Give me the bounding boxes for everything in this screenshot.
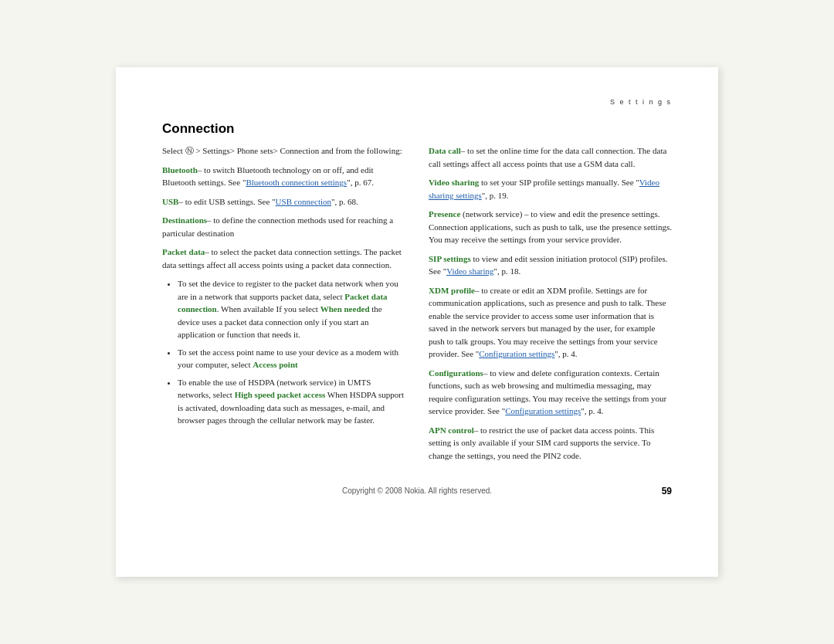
configurations-item: Configurations– to view and delete confi… [429, 367, 672, 418]
bullet-3: To enable the use of HSDPA (network serv… [178, 376, 405, 427]
packet-data-item: Packet data– to select the packet data c… [162, 246, 405, 271]
left-column: Select Ⓝ > Settings> Phone sets> Connect… [162, 144, 405, 468]
usb-connection-link[interactable]: USB connection [276, 197, 331, 206]
page: S e t t i n g s Connection Select Ⓝ > Se… [116, 67, 718, 577]
configuration-settings-link-2[interactable]: Configuration settings [505, 406, 581, 415]
xdm-profile-item: XDM profile– to create or edit an XDM pr… [429, 284, 672, 361]
page-footer: Copyright © 2008 Nokia. All rights reser… [162, 486, 672, 495]
bluetooth-link[interactable]: Bluetooth [162, 165, 198, 175]
packet-data-link[interactable]: Packet data [162, 247, 205, 256]
usb-link[interactable]: USB [162, 197, 178, 206]
sip-settings-item: SIP settings to view and edit session in… [429, 253, 672, 278]
destinations-link[interactable]: Destinations [162, 215, 207, 225]
video-sharing-link-2[interactable]: Video sharing [446, 266, 493, 276]
bluetooth-connection-link[interactable]: Bluetooth connection settings [246, 178, 347, 187]
high-speed-packet-access-link[interactable]: High speed packet access [235, 390, 326, 399]
apn-control-link[interactable]: APN control [429, 425, 474, 435]
page-title: Connection [162, 121, 672, 137]
page-number: 59 [662, 486, 672, 497]
content-area: Select Ⓝ > Settings> Phone sets> Connect… [162, 144, 672, 468]
right-column: Data call– to set the online time for th… [429, 144, 672, 468]
video-sharing-link[interactable]: Video sharing [429, 178, 479, 187]
intro-text: Select Ⓝ > Settings> Phone sets> Connect… [162, 144, 405, 158]
bullet-2: To set the access point name to use your… [178, 346, 405, 371]
apn-control-item: APN control– to restrict the use of pack… [429, 424, 672, 463]
header-text: S e t t i n g s [610, 98, 672, 106]
bullet-list: To set the device to register to the pac… [178, 277, 405, 427]
sip-settings-link[interactable]: SIP settings [429, 254, 471, 263]
when-needed-link[interactable]: When needed [320, 304, 370, 314]
configuration-settings-link-1[interactable]: Configuration settings [479, 349, 554, 358]
usb-item: USB– to edit USB settings. See "USB conn… [162, 195, 405, 208]
xdm-profile-link[interactable]: XDM profile [429, 286, 475, 295]
copyright-text: Copyright © 2008 Nokia. All rights reser… [342, 486, 492, 495]
configurations-link[interactable]: Configurations [429, 368, 483, 378]
bluetooth-item: Bluetooth– to switch Bluetooth technolog… [162, 164, 405, 189]
page-header: S e t t i n g s [162, 98, 672, 106]
destinations-item: Destinations– to define the connection m… [162, 214, 405, 239]
presence-item: Presence (network service) – to view and… [429, 208, 672, 246]
data-call-item: Data call– to set the online time for th… [429, 144, 672, 170]
presence-link[interactable]: Presence [429, 209, 460, 219]
video-sharing-item: Video sharing to set your SIP profile se… [429, 176, 672, 202]
bullet-1: To set the device to register to the pac… [178, 277, 405, 341]
access-point-link[interactable]: Access point [253, 360, 297, 369]
data-call-link[interactable]: Data call [429, 146, 461, 155]
